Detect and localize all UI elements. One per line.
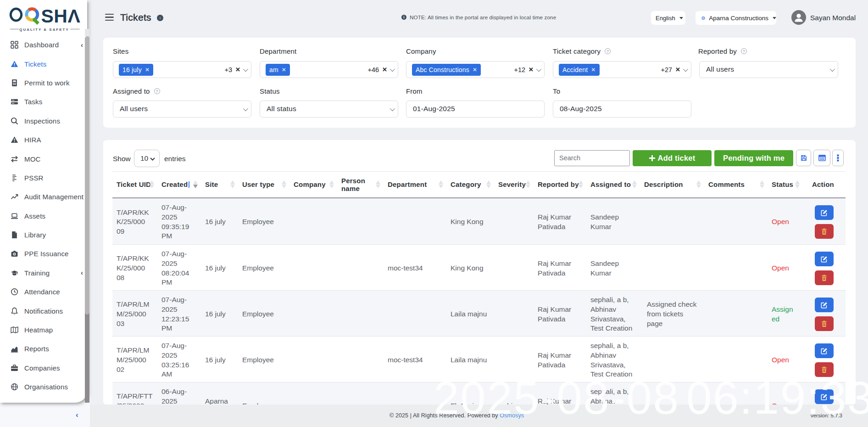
svg-text:SHΛ: SHΛ bbox=[41, 6, 81, 27]
svg-text:QUALITY & SAFETY: QUALITY & SAFETY bbox=[19, 28, 69, 32]
